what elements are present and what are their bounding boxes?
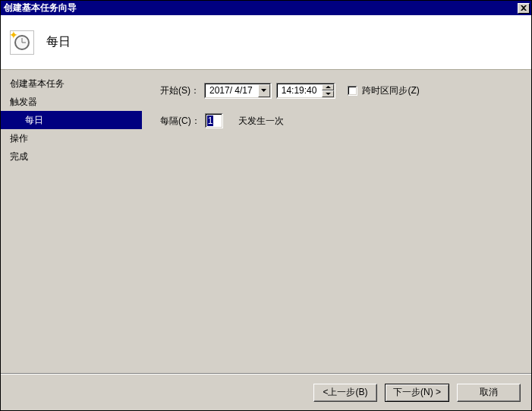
wizard-header: ✦ 每日 <box>1 15 531 70</box>
time-spin-up[interactable] <box>322 84 334 91</box>
sidebar-item-daily[interactable]: 每日 <box>1 111 142 129</box>
next-button-label: 下一步(N) > <box>393 386 441 399</box>
date-dropdown-button[interactable] <box>258 84 270 97</box>
sidebar-item-finish[interactable]: 完成 <box>1 147 142 166</box>
chevron-down-icon <box>261 89 266 92</box>
sync-timezone-checkbox[interactable] <box>348 86 357 96</box>
cancel-button-label: 取消 <box>480 386 498 399</box>
recur-days-input[interactable]: 1 <box>205 113 223 128</box>
sidebar-item-label: 完成 <box>10 150 28 163</box>
sidebar-item-label: 触发器 <box>10 96 37 109</box>
time-spin-down[interactable] <box>322 90 334 97</box>
close-icon <box>521 5 527 11</box>
recur-label: 每隔(C)： <box>160 115 200 128</box>
wizard-steps-sidebar: 创建基本任务 触发器 每日 操作 完成 <box>1 70 142 374</box>
chevron-up-icon <box>326 86 331 88</box>
sidebar-item-label: 操作 <box>10 132 28 145</box>
start-row: 开始(S)： 2017/ 4/17 14:19:40 <box>160 81 525 100</box>
recur-row: 每隔(C)： 1 天发生一次 <box>160 111 525 131</box>
wizard-window: 创建基本任务向导 ✦ 每日 创建基本任务 触发器 每日 <box>0 0 532 411</box>
sidebar-item-create-basic-task[interactable]: 创建基本任务 <box>1 74 142 93</box>
start-date-value: 2017/ 4/17 <box>205 84 257 98</box>
sidebar-item-label: 创建基本任务 <box>10 77 65 90</box>
page-heading: 每日 <box>46 34 71 50</box>
recur-days-value: 1 <box>207 115 214 126</box>
wizard-content: 开始(S)： 2017/ 4/17 14:19:40 <box>142 70 531 374</box>
title-bar: 创建基本任务向导 <box>1 1 531 15</box>
wizard-body: 创建基本任务 触发器 每日 操作 完成 开始(S)： 2017/ 4/17 <box>1 70 531 374</box>
sync-timezone-label[interactable]: 跨时区同步(Z) <box>362 84 419 97</box>
sidebar-item-label: 每日 <box>25 114 43 127</box>
start-date-picker[interactable]: 2017/ 4/17 <box>204 83 272 99</box>
wizard-footer: <上一步(B) 下一步(N) > 取消 <box>1 374 531 410</box>
sidebar-item-action[interactable]: 操作 <box>1 129 142 147</box>
cancel-button[interactable]: 取消 <box>457 384 521 402</box>
back-button[interactable]: <上一步(B) <box>313 384 377 402</box>
back-button-label: <上一步(B) <box>323 386 367 399</box>
window-title: 创建基本任务向导 <box>4 2 77 14</box>
time-spin-buttons <box>322 84 334 97</box>
start-label: 开始(S)： <box>160 84 200 97</box>
recur-suffix-label: 天发生一次 <box>238 115 284 128</box>
start-time-picker[interactable]: 14:19:40 <box>276 83 336 99</box>
chevron-down-icon <box>326 93 331 95</box>
sidebar-item-trigger[interactable]: 触发器 <box>1 93 142 111</box>
clock-icon: ✦ <box>10 30 34 55</box>
start-time-value: 14:19:40 <box>277 84 322 98</box>
close-button[interactable] <box>518 3 530 14</box>
next-button[interactable]: 下一步(N) > <box>385 384 449 402</box>
